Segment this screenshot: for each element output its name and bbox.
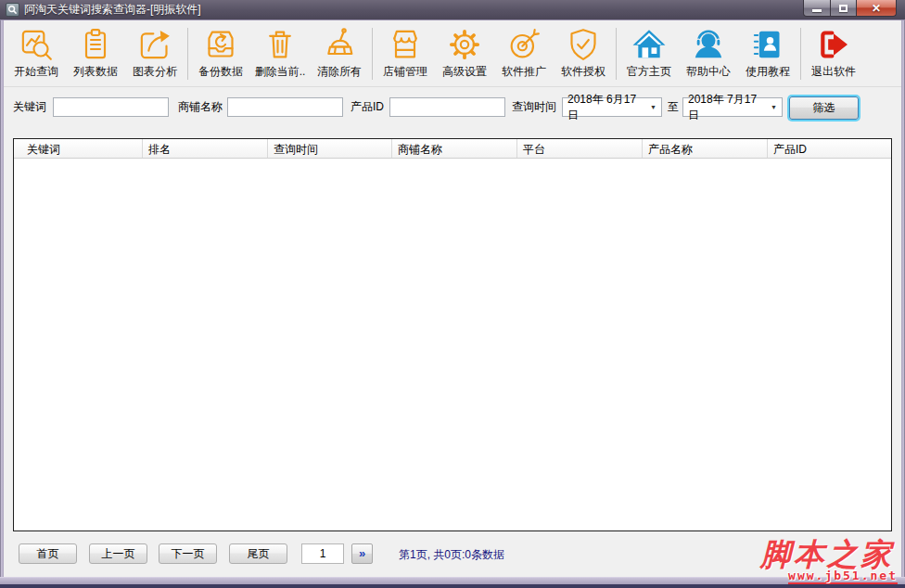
shop-name-input[interactable] — [227, 97, 343, 117]
toolbar-label: 使用教程 — [746, 64, 790, 80]
results-table: 关键词 排名 查询时间 商铺名称 平台 产品名称 产品ID — [13, 138, 892, 531]
toolbar-separator — [616, 28, 617, 80]
advanced-settings-icon — [446, 26, 483, 63]
toolbar-button-shop-manage[interactable]: 店铺管理 — [376, 26, 435, 83]
close-button[interactable]: ✕ — [856, 0, 897, 17]
toolbar-label: 退出软件 — [811, 64, 856, 80]
to-label: 至 — [668, 97, 679, 117]
date-to-value: 2018年 7月17日 — [688, 92, 767, 123]
maximize-button[interactable] — [830, 0, 857, 17]
shop-manage-icon — [387, 26, 424, 63]
product-id-label: 产品ID — [351, 97, 384, 117]
delete-current-icon — [261, 26, 299, 63]
toolbar-button-help-center[interactable]: 帮助中心 — [679, 26, 738, 83]
column-header-rank[interactable]: 排名 — [143, 139, 268, 158]
window-title: 阿淘天关键词搜索查询器-[明振软件] — [24, 2, 201, 18]
maximize-icon — [839, 5, 848, 12]
date-to-select[interactable]: 2018年 7月17日 ▼ — [682, 97, 783, 117]
start-query-icon — [18, 26, 55, 63]
toolbar-button-advanced-settings[interactable]: 高级设置 — [435, 26, 494, 83]
shop-name-label: 商铺名称 — [178, 97, 223, 117]
close-icon: ✕ — [872, 2, 881, 15]
page-number-input[interactable] — [301, 543, 344, 564]
query-time-label: 查询时间 — [512, 97, 556, 117]
toolbar-separator — [187, 28, 188, 80]
watermark-url: www.jb51.net — [788, 569, 898, 584]
column-header-product-name[interactable]: 产品名称 — [643, 139, 768, 158]
last-page-button[interactable]: 尾页 — [229, 543, 287, 564]
list-data-icon — [77, 26, 114, 63]
toolbar-button-software-promote[interactable]: 软件推广 — [494, 26, 554, 83]
chevron-down-icon: ▼ — [650, 104, 656, 110]
toolbar-label: 图表分析 — [133, 64, 177, 80]
column-header-product-id[interactable]: 产品ID — [768, 139, 891, 158]
toolbar-label: 软件授权 — [561, 64, 605, 80]
toolbar: 开始查询 列表数据 图表分析 备份数据 — [4, 22, 901, 87]
toolbar-label: 帮助中心 — [686, 64, 731, 80]
window-border-bottom — [0, 577, 905, 584]
toolbar-button-exit-software[interactable]: 退出软件 — [804, 26, 863, 83]
chevron-down-icon: ▼ — [771, 104, 777, 110]
toolbar-label: 删除当前.. — [255, 64, 306, 80]
toolbar-button-backup-data[interactable]: 备份数据 — [191, 26, 250, 83]
toolbar-separator — [372, 28, 373, 80]
page-status-text: 第1页, 共0页:0条数据 — [399, 547, 504, 563]
title-bar: 阿淘天关键词搜索查询器-[明振软件] — [0, 0, 905, 20]
first-page-button[interactable]: 首页 — [19, 543, 77, 564]
next-page-button[interactable]: 下一页 — [159, 543, 217, 564]
software-promote-icon — [505, 26, 542, 63]
toolbar-label: 列表数据 — [73, 64, 118, 80]
keyword-input[interactable] — [53, 97, 169, 117]
date-from-select[interactable]: 2018年 6月17日 ▼ — [562, 97, 662, 117]
window-border-left — [0, 20, 4, 577]
date-from-value: 2018年 6月17日 — [567, 92, 646, 123]
minimize-icon — [812, 9, 822, 12]
minimize-button[interactable] — [803, 0, 831, 17]
clear-all-icon — [321, 26, 358, 63]
official-homepage-icon — [631, 26, 668, 63]
toolbar-button-official-homepage[interactable]: 官方主页 — [619, 26, 679, 83]
go-to-page-button[interactable]: » — [351, 543, 373, 564]
window-controls: ✕ — [803, 0, 897, 17]
help-center-icon — [690, 26, 727, 63]
toolbar-button-start-query[interactable]: 开始查询 — [6, 26, 66, 83]
toolbar-button-software-license[interactable]: 软件授权 — [554, 26, 613, 83]
toolbar-label: 软件推广 — [502, 64, 546, 80]
usage-tutorial-icon — [749, 26, 786, 63]
filter-bar: 关键词 商铺名称 产品ID 查询时间 2018年 6月17日 ▼ 至 2018年… — [4, 87, 901, 128]
product-id-input[interactable] — [389, 97, 505, 117]
prev-page-button[interactable]: 上一页 — [89, 543, 147, 564]
window-shadow — [0, 584, 905, 588]
app-icon — [6, 3, 19, 17]
keyword-label: 关键词 — [13, 97, 46, 117]
chart-analysis-icon — [136, 26, 173, 63]
toolbar-separator — [800, 28, 801, 80]
toolbar-label: 店铺管理 — [383, 64, 427, 80]
toolbar-label: 官方主页 — [627, 64, 671, 80]
column-header-keyword[interactable]: 关键词 — [14, 139, 143, 158]
filter-button[interactable]: 筛选 — [789, 96, 859, 120]
window-border-right — [901, 20, 905, 577]
backup-data-icon — [202, 26, 239, 63]
toolbar-label: 清除所有 — [317, 64, 362, 80]
toolbar-button-delete-current[interactable]: 删除当前.. — [250, 26, 310, 83]
software-license-icon — [565, 26, 602, 63]
table-header-row: 关键词 排名 查询时间 商铺名称 平台 产品名称 产品ID — [14, 139, 891, 159]
toolbar-button-usage-tutorial[interactable]: 使用教程 — [738, 26, 797, 83]
toolbar-label: 开始查询 — [14, 64, 58, 80]
column-header-platform[interactable]: 平台 — [517, 139, 643, 158]
toolbar-button-chart-analysis[interactable]: 图表分析 — [125, 26, 185, 83]
column-header-shop-name[interactable]: 商铺名称 — [392, 139, 517, 158]
toolbar-label: 高级设置 — [442, 64, 487, 80]
toolbar-label: 备份数据 — [198, 64, 243, 80]
toolbar-button-list-data[interactable]: 列表数据 — [66, 26, 125, 83]
toolbar-button-clear-all[interactable]: 清除所有 — [310, 26, 369, 83]
column-header-query-time[interactable]: 查询时间 — [268, 139, 392, 158]
exit-software-icon — [815, 26, 852, 63]
table-body-empty — [14, 159, 891, 530]
